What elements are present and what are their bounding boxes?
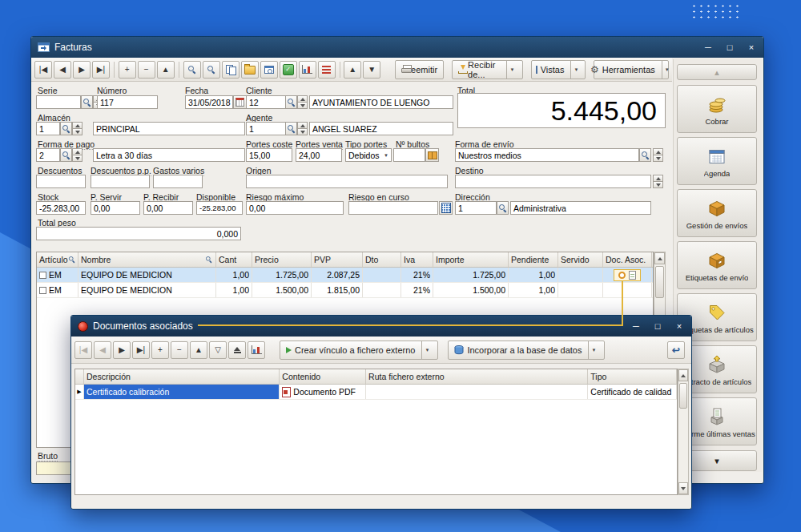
column-header-descripcion[interactable]: Descripción [84, 369, 280, 384]
copy-button[interactable] [222, 61, 239, 79]
table-row[interactable]: ▶ Certificado calibración Documento PDF … [75, 385, 677, 400]
column-header-cant[interactable]: Cant [216, 252, 252, 267]
forma-envio-input[interactable]: Nuestros medios [455, 148, 639, 162]
column-header-ruta[interactable]: Ruta fichero externo [366, 369, 588, 384]
doc-table-scrollbar[interactable] [678, 369, 689, 495]
column-header-contenido[interactable]: Contenido [280, 369, 366, 384]
last-record-button[interactable]: ▶| [92, 61, 110, 79]
riesgo-calculator-button[interactable] [439, 201, 453, 215]
search-button[interactable] [203, 61, 220, 79]
column-header-pvp[interactable]: PVP [312, 252, 363, 267]
num-bultos-input[interactable] [393, 148, 425, 162]
maximize-button[interactable]: □ [724, 42, 735, 53]
preview-button[interactable] [260, 61, 278, 79]
eject-button[interactable] [228, 341, 246, 359]
statistics-button[interactable] [248, 341, 265, 359]
folder-button[interactable] [241, 61, 259, 79]
spinner-down-button[interactable] [297, 103, 308, 109]
scrollbar-thumb[interactable] [679, 383, 687, 409]
previous-record-button[interactable]: ◀ [54, 61, 71, 79]
last-record-button[interactable]: ▶| [132, 341, 150, 359]
previous-record-button[interactable]: ◀ [94, 341, 111, 359]
row-checkbox[interactable] [39, 287, 46, 294]
delete-record-button[interactable]: − [171, 341, 188, 359]
reemitir-button[interactable]: Reemitir [395, 60, 444, 79]
origen-input[interactable] [246, 175, 448, 188]
gastos-varios-input[interactable] [153, 175, 203, 188]
spinner-down-button[interactable] [72, 129, 83, 135]
delete-record-button[interactable]: − [138, 61, 155, 79]
vistas-dropdown[interactable]: ▼ [570, 61, 581, 79]
fecha-calendar-button[interactable] [233, 95, 247, 109]
move-line-down-button[interactable]: ▼ [363, 61, 380, 79]
recibir-dropdown[interactable]: ▼ [506, 61, 517, 79]
herramientas-button[interactable]: ⚙ Herramientas ▼ [594, 60, 669, 79]
scroll-up-button[interactable] [654, 252, 665, 264]
forma-envio-search-button[interactable] [639, 148, 651, 162]
almacen-search-button[interactable] [60, 122, 72, 135]
direccion-search-button[interactable] [497, 201, 509, 215]
scroll-up-button[interactable] [678, 369, 688, 381]
zoom-search-button[interactable] [183, 61, 201, 79]
column-header-pendiente[interactable]: Pendiente [509, 252, 558, 267]
spinner-up-button[interactable] [297, 95, 308, 103]
add-record-button[interactable]: + [151, 341, 169, 359]
cell-ruta[interactable] [366, 385, 588, 399]
maximize-button[interactable]: □ [652, 320, 663, 332]
statistics-button[interactable] [299, 61, 316, 79]
vistas-button[interactable]: Vistas ▼ [531, 60, 585, 79]
sidebar-scroll-up-button[interactable]: ▲ [677, 64, 757, 80]
herramientas-dropdown[interactable]: ▼ [662, 61, 672, 79]
numero-input[interactable]: 117 [97, 95, 158, 109]
filter-button[interactable]: ▽ [209, 341, 227, 359]
recibir-de-button[interactable]: Recibir de... ▼ [452, 60, 524, 79]
incorporar-dropdown[interactable]: ▼ [588, 341, 598, 359]
column-header-nombre[interactable]: Nombre [78, 252, 216, 267]
forma-pago-code-input[interactable]: 2 [36, 148, 60, 162]
first-record-button[interactable]: |◀ [34, 61, 52, 79]
spinner-down-button[interactable] [72, 155, 83, 162]
list-button[interactable] [318, 61, 336, 79]
spinner-down-button[interactable] [297, 129, 308, 135]
spinner-up-button[interactable] [653, 175, 663, 182]
sidebar-item-etiquetas-envio[interactable]: Etiquetas de envío [677, 241, 757, 289]
crear-vinculo-button[interactable]: Crear vínculo a fichero externo ▼ [280, 341, 438, 360]
cell-descripcion[interactable]: Certificado calibración [84, 385, 280, 399]
column-header-doc-asoc[interactable]: Doc. Asoc. [603, 252, 652, 267]
bultos-package-button[interactable] [425, 148, 439, 162]
spinner-down-button[interactable] [653, 182, 663, 188]
return-button[interactable]: ↩ [667, 341, 685, 359]
add-record-button[interactable]: + [119, 61, 136, 79]
table-row[interactable]: EM EQUIPO DE MEDICION 1,00 1.725,00 2.08… [37, 268, 653, 283]
serie-input[interactable] [36, 95, 81, 109]
serie-search-button[interactable] [81, 95, 93, 109]
tipo-portes-select[interactable]: Debidos ▼ [345, 148, 392, 162]
cell-contenido[interactable]: Documento PDF [280, 385, 366, 399]
fecha-input[interactable]: 31/05/2018 [185, 95, 233, 109]
table-row[interactable]: EM EQUIPO DE MEDICION 1,00 1.500,00 1.81… [37, 283, 653, 298]
agente-code-input[interactable]: 1 [246, 122, 286, 135]
cliente-search-button[interactable] [285, 95, 297, 109]
verify-button[interactable]: ✓ [280, 61, 297, 79]
direccion-code-input[interactable]: 1 [455, 201, 497, 215]
forma-pago-search-button[interactable] [60, 148, 72, 162]
move-line-up-button[interactable]: ▲ [344, 61, 361, 79]
descuentos-input[interactable] [36, 175, 86, 188]
column-header-precio[interactable]: Precio [252, 252, 312, 267]
next-record-button[interactable]: ▶ [113, 341, 131, 359]
cell-tipo[interactable]: Certificado de calidad [588, 385, 677, 399]
sidebar-item-gestion-envios[interactable]: Gestión de envíos [677, 189, 757, 237]
almacen-code-input[interactable]: 1 [36, 122, 60, 135]
descuentos-pp-input[interactable] [91, 175, 150, 188]
portes-coste-input[interactable]: 15,00 [246, 148, 292, 162]
close-button[interactable]: × [674, 320, 685, 332]
minimize-button[interactable]: ─ [702, 42, 714, 53]
spinner-up-button[interactable] [297, 122, 308, 129]
scrollbar-track[interactable] [678, 381, 688, 482]
row-checkbox[interactable] [39, 272, 46, 279]
first-record-button[interactable]: |◀ [74, 341, 92, 359]
column-header-servido[interactable]: Servido [558, 252, 603, 267]
incorporar-button[interactable]: Incorporar a la base de datos ▼ [448, 341, 605, 360]
column-header-iva[interactable]: Iva [401, 252, 433, 267]
agente-search-button[interactable] [285, 122, 297, 135]
